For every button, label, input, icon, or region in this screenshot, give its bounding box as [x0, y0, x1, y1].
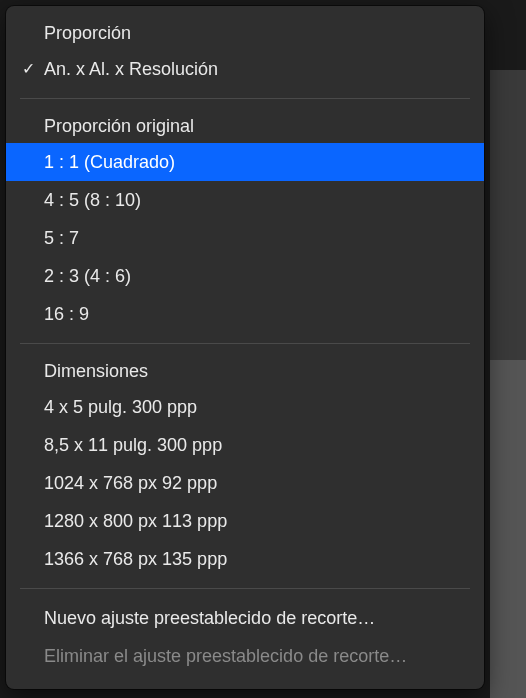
menu-item-dim-8-5x11[interactable]: 8,5 x 11 pulg. 300 ppp: [6, 426, 484, 464]
heading-label: Dimensiones: [44, 361, 148, 382]
menu-separator: [20, 98, 470, 99]
menu-item-label: Eliminar el ajuste preestablecido de rec…: [44, 646, 407, 667]
check-icon: ✓: [22, 61, 44, 77]
menu-item-label: Nuevo ajuste preestablecido de recorte…: [44, 608, 375, 629]
menu-separator: [20, 588, 470, 589]
background-panel-lower: [490, 360, 526, 698]
menu-item-label: 2 : 3 (4 : 6): [44, 266, 131, 287]
menu-item-label: 4 x 5 pulg. 300 ppp: [44, 397, 197, 418]
menu-item-ratio-2-3[interactable]: 2 : 3 (4 : 6): [6, 257, 484, 295]
menu-item-ratio-4-5[interactable]: 4 : 5 (8 : 10): [6, 181, 484, 219]
menu-item-label: 1366 x 768 px 135 ppp: [44, 549, 227, 570]
menu-item-dim-1366x768[interactable]: 1366 x 768 px 135 ppp: [6, 540, 484, 578]
heading-label: Proporción: [44, 23, 131, 44]
menu-item-dim-1280x800[interactable]: 1280 x 800 px 113 ppp: [6, 502, 484, 540]
menu-item-ratio-16-9[interactable]: 16 : 9: [6, 295, 484, 333]
menu-heading-dimensions: Dimensiones: [6, 354, 484, 388]
menu-item-label: 4 : 5 (8 : 10): [44, 190, 141, 211]
menu-item-label: 5 : 7: [44, 228, 79, 249]
menu-heading-original-ratio[interactable]: Proporción original: [6, 109, 484, 143]
menu-heading-proportion: Proporción: [6, 16, 484, 50]
menu-item-dim-4x5[interactable]: 4 x 5 pulg. 300 ppp: [6, 388, 484, 426]
menu-item-label: 1280 x 800 px 113 ppp: [44, 511, 227, 532]
menu-item-new-crop-preset[interactable]: Nuevo ajuste preestablecido de recorte…: [6, 599, 484, 637]
menu-item-label: 8,5 x 11 pulg. 300 ppp: [44, 435, 222, 456]
menu-item-label: An. x Al. x Resolución: [44, 59, 218, 80]
menu-item-label: 1 : 1 (Cuadrado): [44, 152, 175, 173]
menu-item-delete-crop-preset: Eliminar el ajuste preestablecido de rec…: [6, 637, 484, 675]
crop-preset-menu: Proporción ✓ An. x Al. x Resolución Prop…: [6, 6, 484, 689]
menu-item-wxh-resolution[interactable]: ✓ An. x Al. x Resolución: [6, 50, 484, 88]
menu-item-label: 1024 x 768 px 92 ppp: [44, 473, 217, 494]
heading-label: Proporción original: [44, 116, 194, 137]
menu-item-ratio-1-1[interactable]: 1 : 1 (Cuadrado): [6, 143, 484, 181]
menu-item-label: 16 : 9: [44, 304, 89, 325]
menu-item-dim-1024x768[interactable]: 1024 x 768 px 92 ppp: [6, 464, 484, 502]
background-panel: [490, 70, 526, 360]
menu-item-ratio-5-7[interactable]: 5 : 7: [6, 219, 484, 257]
menu-separator: [20, 343, 470, 344]
